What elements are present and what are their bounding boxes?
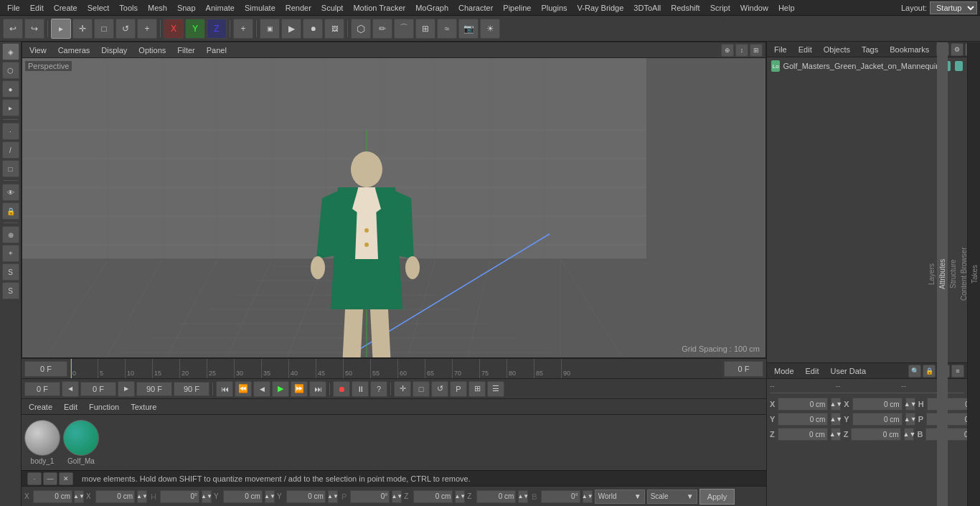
mode-icon-min[interactable]: — bbox=[43, 472, 57, 485]
menu-file[interactable]: File bbox=[3, 2, 24, 14]
menu-animate[interactable]: Animate bbox=[202, 2, 239, 14]
vp-split-button[interactable]: ⊞ bbox=[750, 44, 763, 57]
world-dropdown[interactable]: World ▼ bbox=[595, 489, 645, 504]
vp-view-menu[interactable]: View bbox=[25, 44, 51, 56]
attr-z-pos-spin[interactable]: ▲▼ bbox=[831, 428, 841, 441]
cube-button[interactable]: ⬡ bbox=[351, 19, 371, 39]
attr-y-scale-input[interactable] bbox=[852, 413, 903, 426]
select-tool-button[interactable]: ▸ bbox=[51, 19, 71, 39]
rt-tab-layers[interactable]: Layers bbox=[926, 42, 937, 506]
obj-objects[interactable]: Objects bbox=[819, 44, 854, 55]
x-axis-button[interactable]: X bbox=[164, 19, 184, 39]
pos-x2-spin[interactable]: ▲▼ bbox=[137, 490, 147, 503]
ls-measure-button[interactable]: ⌖ bbox=[2, 245, 19, 262]
menu-snap[interactable]: Snap bbox=[173, 2, 200, 14]
ls-sculpt-button[interactable]: ● bbox=[2, 80, 19, 98]
ls-hide-button[interactable]: 👁 bbox=[2, 184, 19, 201]
attr-z-scale-spin[interactable]: ▲▼ bbox=[904, 428, 914, 441]
material-item-body[interactable]: body_1 bbox=[24, 420, 60, 465]
rotate-tool-button[interactable]: ↺ bbox=[116, 19, 136, 39]
viewport-canvas[interactable]: X Y Z Perspective Grid Spacing : 100 cm bbox=[22, 58, 765, 357]
menu-mesh[interactable]: Mesh bbox=[143, 2, 171, 14]
pos-z-spin[interactable]: ▲▼ bbox=[455, 490, 465, 503]
vp-display-menu[interactable]: Display bbox=[97, 44, 131, 56]
render-frame-button[interactable]: ▶ bbox=[281, 19, 301, 39]
transport-step-back[interactable]: ⏪ bbox=[235, 381, 252, 397]
transport-toggle[interactable]: ☰ bbox=[487, 381, 504, 397]
move-tool-button[interactable]: ✛ bbox=[72, 19, 93, 39]
rt-tab-structure[interactable]: Structure bbox=[948, 42, 958, 506]
menu-vray[interactable]: V-Ray Bridge bbox=[573, 2, 628, 14]
transport-auto-key[interactable]: ⏸ bbox=[352, 381, 369, 397]
scale-dropdown[interactable]: Scale ▼ bbox=[647, 489, 697, 504]
transport-scale[interactable]: □ bbox=[413, 381, 430, 397]
ls-texture-button[interactable]: ⬡ bbox=[2, 62, 19, 79]
bp-texture[interactable]: Texture bbox=[126, 401, 161, 413]
apply-button[interactable]: Apply bbox=[699, 489, 735, 505]
layout-dropdown[interactable]: Startup bbox=[930, 1, 977, 14]
bp-create[interactable]: Create bbox=[24, 401, 57, 413]
attr-search-icon[interactable]: 🔍 bbox=[908, 365, 921, 378]
attr-z-pos-input[interactable] bbox=[778, 428, 828, 441]
rot-h-spin[interactable]: ▲▼ bbox=[202, 490, 212, 503]
transport-start-frame[interactable] bbox=[24, 382, 60, 396]
menu-motion-tracker[interactable]: Motion Tracker bbox=[349, 2, 410, 14]
mode-icon-close[interactable]: ✕ bbox=[59, 472, 73, 485]
ls-edge-button[interactable]: / bbox=[2, 141, 19, 159]
mode-icon-dot[interactable]: · bbox=[27, 472, 42, 485]
vp-lock-button[interactable]: ⊕ bbox=[721, 44, 734, 57]
attr-y-pos-input[interactable] bbox=[778, 413, 828, 426]
ls-paint-button[interactable]: S bbox=[2, 282, 19, 299]
ls-motion-button[interactable]: ▸ bbox=[2, 99, 19, 116]
attr-z-scale-input[interactable] bbox=[851, 428, 901, 441]
obj-edit[interactable]: Edit bbox=[794, 44, 816, 55]
rt-tab-content-browser[interactable]: Content Browser bbox=[958, 42, 969, 506]
z-axis-button[interactable]: Z bbox=[207, 19, 227, 39]
transport-move[interactable]: ✛ bbox=[394, 381, 411, 397]
attr-x-scale-input[interactable] bbox=[852, 398, 903, 411]
attr-y-scale-spin[interactable]: ▲▼ bbox=[905, 413, 915, 426]
vp-filter-menu[interactable]: Filter bbox=[173, 44, 199, 56]
obj-tags[interactable]: Tags bbox=[857, 44, 882, 55]
menu-3dtall[interactable]: 3DToAll bbox=[629, 2, 665, 14]
menu-edit[interactable]: Edit bbox=[26, 2, 48, 14]
ls-lock-button[interactable]: 🔒 bbox=[2, 202, 19, 220]
transport-grid[interactable]: ⊞ bbox=[468, 381, 486, 397]
transport-go-start[interactable]: ⏮ bbox=[216, 381, 233, 397]
viewport[interactable]: View Cameras Display Options Filter Pane… bbox=[22, 42, 766, 358]
transport-arrow-right[interactable]: ▶ bbox=[118, 381, 135, 397]
light-button[interactable]: ☀ bbox=[480, 19, 500, 39]
menu-simulate[interactable]: Simulate bbox=[240, 2, 280, 14]
timeline-ruler[interactable]: 0 5 10 15 20 25 30 35 40 45 50 55 60 65 … bbox=[70, 359, 721, 378]
attr-x-pos-input[interactable] bbox=[778, 398, 828, 411]
attr-x-pos-spin[interactable]: ▲▼ bbox=[831, 398, 841, 411]
vp-options-menu[interactable]: Options bbox=[134, 44, 170, 56]
ls-knife-button[interactable]: S bbox=[2, 263, 19, 281]
menu-window[interactable]: Window bbox=[736, 2, 773, 14]
transport-play-back[interactable]: ◀ bbox=[253, 381, 270, 397]
attr-x-scale-spin[interactable]: ▲▼ bbox=[905, 398, 915, 411]
transport-current-frame[interactable] bbox=[80, 382, 116, 396]
rt-tab-attributes[interactable]: Attributes bbox=[937, 42, 948, 506]
material-item-golf[interactable]: Golf_Ma bbox=[63, 420, 99, 465]
menu-script[interactable]: Script bbox=[706, 2, 735, 14]
transport-end-frame2[interactable] bbox=[174, 382, 209, 396]
ls-model-button[interactable]: ◈ bbox=[2, 43, 19, 60]
transport-play-forward[interactable]: ▶ bbox=[272, 381, 289, 397]
rot-p-spin[interactable]: ▲▼ bbox=[392, 490, 402, 503]
add-object-button[interactable]: + bbox=[233, 19, 253, 39]
transport-step-forward[interactable]: ⏩ bbox=[291, 381, 308, 397]
rot-b-spin[interactable]: ▲▼ bbox=[583, 490, 593, 503]
transport-p-button[interactable]: P bbox=[450, 381, 467, 397]
transport-arrow-left[interactable]: ◀ bbox=[62, 381, 79, 397]
vp-panel-menu[interactable]: Panel bbox=[202, 44, 231, 56]
render-region-button[interactable]: ▣ bbox=[260, 19, 280, 39]
redo-button[interactable]: ↪ bbox=[24, 19, 44, 39]
bend-button[interactable]: ⌒ bbox=[394, 19, 414, 39]
ls-point-button[interactable]: · bbox=[2, 123, 19, 140]
menu-tools[interactable]: Tools bbox=[115, 2, 142, 14]
vp-expand-button[interactable]: ↕ bbox=[735, 44, 748, 57]
menu-create[interactable]: Create bbox=[50, 2, 82, 14]
pen-button[interactable]: ✏ bbox=[372, 19, 392, 39]
transform-tool-button[interactable]: + bbox=[137, 19, 157, 39]
